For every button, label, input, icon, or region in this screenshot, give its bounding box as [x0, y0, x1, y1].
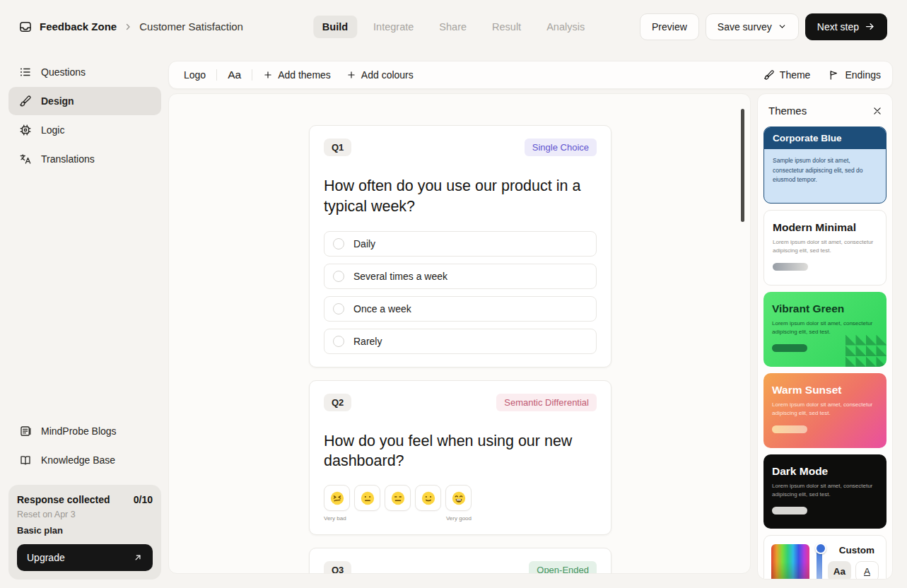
- breadcrumb: Feedback Zone Customer Satisfaction: [18, 20, 243, 34]
- survey-canvas: Q1 Single Choice How often do you use ou…: [168, 93, 751, 574]
- tab-share[interactable]: Share: [430, 16, 476, 38]
- top-bar: Feedback Zone Customer Satisfaction Buil…: [0, 0, 907, 53]
- scale-left-label: Very bad: [324, 515, 346, 522]
- emoji-slight-smile-icon[interactable]: [415, 485, 441, 511]
- theme-button[interactable]: Theme: [763, 69, 811, 81]
- theme-card-vibrant-green[interactable]: Vibrant Green Lorem ipsum dolor sit amet…: [763, 292, 886, 367]
- themes-panel-title: Themes: [768, 105, 807, 117]
- survey-title[interactable]: Customer Satisfaction: [139, 20, 243, 33]
- theme-accent-pill: [772, 344, 807, 352]
- theme-card-custom[interactable]: Custom Aa A: [763, 535, 886, 580]
- theme-name: Warm Sunset: [772, 384, 878, 396]
- endings-button[interactable]: Endings: [829, 69, 881, 81]
- preview-button[interactable]: Preview: [640, 13, 699, 40]
- sidebar-item-design[interactable]: Design: [8, 87, 161, 115]
- question-number-badge: Q1: [324, 139, 351, 156]
- question-card-q3[interactable]: Q3 Open-Ended: [309, 548, 612, 574]
- sidebar-item-logic[interactable]: Logic: [8, 116, 161, 144]
- emoji-grinning-icon[interactable]: [445, 485, 472, 511]
- option-daily[interactable]: Daily: [324, 231, 597, 257]
- question-type-badge: Semantic Differential: [496, 394, 597, 411]
- color-picker-field[interactable]: [771, 544, 809, 580]
- design-toolbar: Logo Aa Add themes Add colours Theme End…: [168, 61, 893, 89]
- emoji-expressionless-icon[interactable]: [385, 485, 411, 511]
- theme-description: Lorem ipsum dolor sit amet, consectetur …: [773, 238, 877, 256]
- emoji-neutral-icon[interactable]: [354, 485, 380, 511]
- question-card-q1[interactable]: Q1 Single Choice How often do you use ou…: [309, 125, 612, 368]
- triangle-pattern: [845, 334, 886, 367]
- close-icon[interactable]: [872, 106, 882, 116]
- theme-description: Lorem ipsum dolor sit amet, consectetur …: [772, 482, 878, 500]
- theme-accent-pill: [772, 507, 807, 514]
- tab-analysis[interactable]: Analysis: [537, 16, 594, 38]
- theme-description: Lorem ipsum dolor sit amet, consectetur …: [772, 401, 878, 418]
- theme-description: Sample ipsum dolor sit amet, consectetur…: [764, 149, 886, 185]
- sidebar: Questions Design Logic Translations Mind…: [8, 58, 161, 580]
- theme-card-list: Corporate Blue Sample ipsum dolor sit am…: [763, 127, 886, 580]
- tab-result[interactable]: Result: [483, 16, 530, 38]
- option-several-times[interactable]: Several times a week: [324, 264, 597, 289]
- theme-name: Corporate Blue: [764, 127, 886, 149]
- next-step-button[interactable]: Next step: [805, 13, 887, 40]
- list-icon: [19, 66, 32, 78]
- emoji-scale: [324, 485, 597, 511]
- question-card-q2[interactable]: Q2 Semantic Differential How do you feel…: [309, 380, 612, 536]
- option-once-a-week[interactable]: Once a week: [324, 296, 597, 322]
- upgrade-button[interactable]: Upgrade: [17, 544, 153, 571]
- option-rarely[interactable]: Rarely: [324, 329, 597, 354]
- sidebar-item-questions[interactable]: Questions: [8, 58, 161, 86]
- question-number-badge: Q2: [324, 394, 351, 411]
- font-style-button[interactable]: Aa: [828, 561, 851, 580]
- divider: [252, 69, 252, 81]
- main-tabs: Build Integrate Share Result Analysis: [313, 16, 594, 38]
- brush-icon: [763, 69, 775, 81]
- chevron-right-icon: [124, 23, 132, 31]
- scale-labels: Very bad Very good: [324, 515, 472, 522]
- theme-card-corporate-blue[interactable]: Corporate Blue Sample ipsum dolor sit am…: [763, 127, 886, 204]
- add-colours-button[interactable]: Add colours: [346, 69, 414, 81]
- underline-style-button[interactable]: A: [855, 561, 879, 580]
- themes-panel: Themes Corporate Blue Sample ipsum dolor…: [757, 93, 893, 580]
- font-tool-button[interactable]: Aa: [228, 69, 241, 81]
- sidebar-item-blogs[interactable]: MindProbe Blogs: [8, 417, 161, 445]
- radio-icon: [333, 238, 344, 249]
- question-title[interactable]: How do you feel when using our new dashb…: [324, 431, 597, 472]
- sidebar-item-knowledge-base[interactable]: Knowledge Base: [8, 446, 161, 474]
- theme-name: Modern Minimal: [773, 221, 877, 234]
- reset-note: Reset on Apr 3: [17, 510, 153, 519]
- hue-slider[interactable]: [817, 544, 822, 580]
- blog-icon: [19, 425, 32, 437]
- logo-tool-button[interactable]: Logo: [184, 69, 206, 81]
- plan-card: Response collected 0/10 Reset on Apr 3 B…: [8, 485, 161, 580]
- theme-card-dark-mode[interactable]: Dark Mode Lorem ipsum dolor sit amet, co…: [763, 454, 886, 529]
- emoji-confounded-icon[interactable]: [324, 485, 350, 511]
- theme-card-warm-sunset[interactable]: Warm Sunset Lorem ipsum dolor sit amet, …: [763, 373, 886, 448]
- radio-icon: [333, 271, 344, 282]
- scale-right-label: Very good: [446, 515, 472, 522]
- inbox-logo-icon: [18, 20, 33, 34]
- theme-name: Vibrant Green: [772, 302, 878, 315]
- response-collected-label: Response collected: [17, 494, 110, 505]
- response-count: 0/10: [134, 494, 153, 505]
- book-icon: [19, 454, 32, 466]
- radio-icon: [333, 336, 344, 347]
- question-type-badge: Single Choice: [525, 139, 597, 156]
- add-themes-button[interactable]: Add themes: [263, 69, 331, 81]
- divider: [216, 69, 217, 81]
- sidebar-item-translations[interactable]: Translations: [8, 145, 161, 173]
- canvas-scrollbar[interactable]: [741, 109, 744, 222]
- tab-build[interactable]: Build: [313, 16, 357, 38]
- tab-integrate[interactable]: Integrate: [364, 16, 423, 38]
- plus-icon: [346, 70, 356, 80]
- theme-card-modern-minimal[interactable]: Modern Minimal Lorem ipsum dolor sit ame…: [763, 210, 886, 286]
- plus-icon: [263, 70, 273, 80]
- chip-icon: [19, 124, 32, 136]
- header-actions: Preview Save survey Next step: [640, 13, 887, 40]
- question-number-badge: Q3: [324, 561, 351, 574]
- question-type-badge: Open-Ended: [529, 561, 597, 574]
- flag-icon: [829, 69, 840, 81]
- brand-name[interactable]: Feedback Zone: [40, 20, 117, 33]
- question-title[interactable]: How often do you use our product in a ty…: [324, 176, 597, 217]
- theme-name: Dark Mode: [772, 465, 878, 478]
- save-survey-button[interactable]: Save survey: [706, 13, 799, 40]
